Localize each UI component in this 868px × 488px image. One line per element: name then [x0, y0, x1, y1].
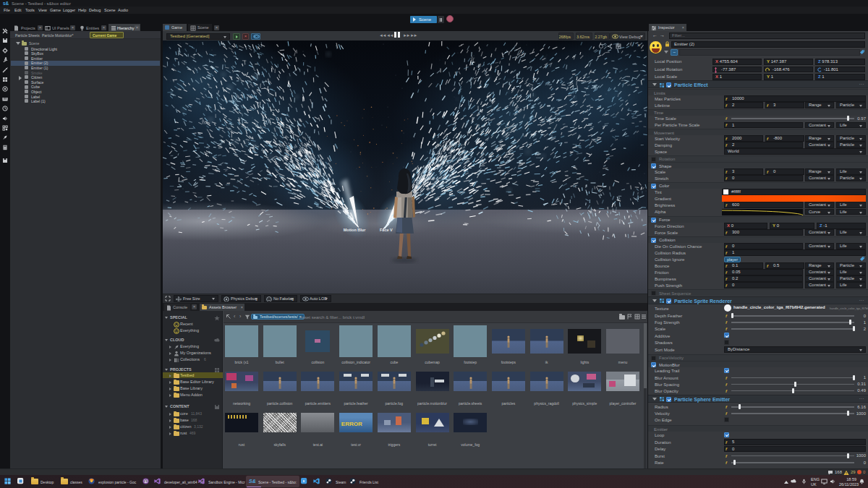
svg-text:Motion Blur: Motion Blur [344, 228, 366, 232]
svg-text:Face V: Face V [380, 228, 393, 232]
